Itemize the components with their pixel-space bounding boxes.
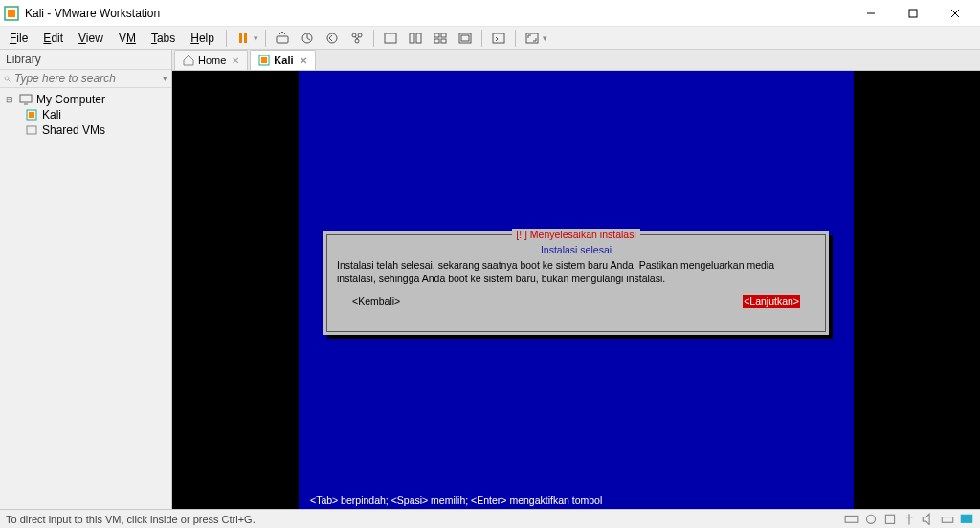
fullscreen-button[interactable] (522, 28, 543, 49)
menu-bar: File Edit View VM Tabs Help ▾ ▾ (0, 27, 980, 50)
svg-rect-37 (942, 517, 952, 522)
console-view-button[interactable] (488, 28, 509, 49)
pause-button[interactable] (233, 28, 254, 49)
thumbnail3-button[interactable] (430, 28, 451, 49)
svg-rect-7 (244, 33, 247, 43)
snapshot-button[interactable] (297, 28, 318, 49)
svg-point-13 (355, 39, 359, 43)
status-text: To direct input to this VM, click inside… (6, 514, 256, 525)
maximize-button[interactable] (892, 0, 934, 27)
svg-rect-17 (434, 33, 439, 37)
hdd-icon[interactable] (844, 513, 859, 526)
tab-strip: Home ✕ Kali ✕ (172, 50, 980, 71)
home-icon (183, 55, 194, 66)
menu-vm[interactable]: VM (111, 29, 144, 48)
svg-rect-6 (239, 33, 242, 43)
library-tree: ⊟ My Computer Kali Shared VMs (0, 88, 171, 142)
menu-help[interactable]: Help (183, 29, 222, 48)
separator (226, 30, 227, 47)
status-bar: To direct input to this VM, click inside… (0, 509, 980, 528)
display-icon[interactable] (959, 513, 974, 526)
svg-rect-36 (885, 515, 894, 523)
svg-rect-23 (493, 33, 504, 43)
snapshot-revert-button[interactable] (322, 28, 343, 49)
vm-screen: [!!] Menyelesaikan instalasi Instalasi s… (299, 71, 854, 509)
library-header: Library (0, 50, 171, 70)
svg-rect-31 (27, 126, 36, 134)
printer-icon[interactable] (940, 513, 955, 526)
sound-icon[interactable] (921, 513, 936, 526)
svg-rect-33 (261, 57, 267, 63)
svg-rect-16 (416, 33, 421, 43)
fullscreen-dropdown[interactable]: ▾ (543, 33, 550, 43)
send-cad-button[interactable] (272, 28, 293, 49)
thumbnail2-button[interactable] (405, 28, 426, 49)
unity-button[interactable] (455, 28, 476, 49)
status-device-icons (844, 513, 974, 526)
tree-label: My Computer (36, 93, 105, 106)
thumbnail1-button[interactable] (380, 28, 401, 49)
search-dropdown[interactable]: ▾ (163, 74, 167, 83)
vm-icon (25, 108, 38, 121)
tab-label: Home (198, 55, 226, 66)
window-title: Kali - VMware Workstation (25, 7, 850, 20)
svg-point-35 (866, 515, 875, 523)
svg-rect-15 (410, 33, 414, 43)
svg-rect-1 (8, 10, 15, 17)
tab-close-icon[interactable]: ✕ (232, 55, 239, 66)
menu-view[interactable]: View (71, 29, 111, 48)
tree-item-shared-vms[interactable]: Shared VMs (2, 122, 169, 138)
app-icon (4, 6, 19, 21)
tab-close-icon[interactable]: ✕ (300, 55, 307, 66)
svg-rect-18 (441, 33, 446, 37)
library-sidebar: Library ▾ ⊟ My Computer Kali Shared VMs (0, 50, 172, 509)
network-icon[interactable] (882, 513, 898, 526)
shared-icon (25, 123, 38, 137)
svg-rect-34 (845, 516, 858, 522)
monitor-icon (19, 93, 33, 106)
svg-rect-14 (385, 33, 396, 43)
svg-rect-19 (434, 39, 439, 43)
svg-rect-3 (909, 10, 917, 17)
svg-rect-38 (961, 515, 971, 522)
close-button[interactable] (934, 0, 976, 27)
svg-rect-30 (29, 112, 34, 118)
svg-rect-20 (441, 39, 446, 43)
svg-rect-22 (461, 35, 469, 41)
search-icon (4, 72, 11, 85)
search-input[interactable] (14, 72, 159, 85)
menu-edit[interactable]: Edit (35, 29, 71, 48)
cd-icon[interactable] (863, 513, 879, 526)
tree-label: Shared VMs (42, 123, 105, 137)
installer-hint: <Tab> berpindah; <Spasi> memilih; <Enter… (310, 495, 602, 506)
tab-kali[interactable]: Kali ✕ (250, 50, 315, 70)
separator (481, 30, 482, 47)
usb-icon[interactable] (902, 513, 917, 526)
tree-label: Kali (42, 108, 61, 121)
tab-home[interactable]: Home ✕ (174, 50, 248, 70)
vm-console[interactable]: [!!] Menyelesaikan instalasi Instalasi s… (172, 71, 980, 509)
svg-point-25 (5, 77, 9, 80)
snapshot-manager-button[interactable] (346, 28, 368, 49)
dialog-title: [!!] Menyelesaikan instalasi (512, 229, 639, 240)
separator (515, 30, 516, 47)
tab-label: Kali (274, 55, 293, 66)
tree-item-kali[interactable]: Kali (2, 107, 169, 122)
svg-point-10 (327, 33, 337, 43)
tree-root-my-computer[interactable]: ⊟ My Computer (2, 92, 169, 107)
svg-rect-8 (277, 36, 288, 43)
vm-icon (258, 55, 270, 66)
minimize-button[interactable] (850, 0, 892, 27)
title-bar: Kali - VMware Workstation (0, 0, 980, 27)
svg-rect-27 (20, 95, 32, 102)
svg-line-26 (9, 80, 11, 82)
installer-dialog: [!!] Menyelesaikan instalasi Instalasi s… (323, 231, 829, 335)
menu-file[interactable]: File (2, 29, 35, 48)
menu-tabs[interactable]: Tabs (144, 29, 183, 48)
power-dropdown[interactable]: ▾ (254, 33, 261, 43)
tree-toggle-icon[interactable]: ⊟ (6, 95, 15, 104)
separator (265, 30, 266, 47)
separator (373, 30, 374, 47)
